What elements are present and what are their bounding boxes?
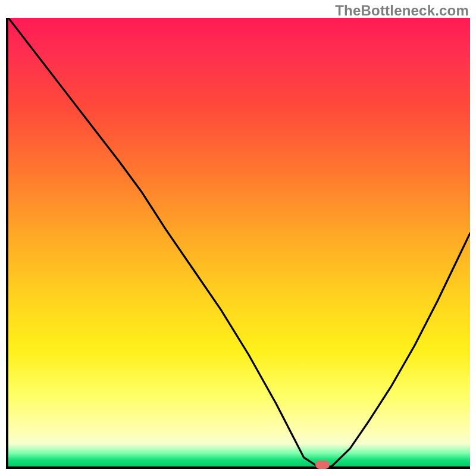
chart-background-gradient	[8, 18, 470, 466]
watermark-text: TheBottleneck.com	[335, 2, 469, 19]
optimal-point-marker	[315, 461, 330, 469]
chart-plot-area	[6, 18, 470, 469]
